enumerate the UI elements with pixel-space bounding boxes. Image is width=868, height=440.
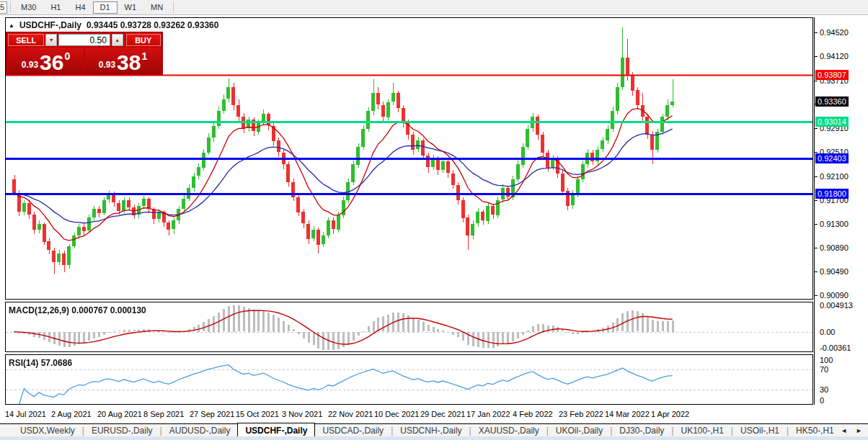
- price-level-badge: 0.93014: [815, 117, 849, 127]
- date-axis-label: 20 Aug 2021: [97, 410, 142, 418]
- date-axis-label: 3 Nov 2021: [282, 410, 322, 418]
- volume-input[interactable]: [58, 34, 110, 46]
- ohlc-values: 0.93445 0.93728 0.93262 0.93360: [87, 20, 219, 30]
- macd-axis-label: 0.004913: [820, 301, 853, 310]
- price-axis-label: 0.92100: [820, 172, 849, 181]
- tab-usdcnhdaily[interactable]: USDCNH-,Daily: [393, 424, 469, 436]
- date-axis-label: 15 Oct 2021: [236, 410, 279, 418]
- collapse-icon[interactable]: ▲: [9, 22, 14, 29]
- price-axis-tick: [815, 176, 818, 177]
- price-axis-tick: [815, 152, 818, 153]
- macd-axis-label: 0.00: [820, 328, 835, 336]
- tab-audusddaily[interactable]: AUDUSD-,Daily: [162, 424, 238, 436]
- toolbar-separator: [10, 1, 11, 13]
- macd-indicator-label: MACD(12,26,9) 0.000767 0.000130: [9, 305, 146, 315]
- rsi-axis-label: 0: [820, 396, 824, 405]
- tab-eurusddaily[interactable]: EURUSD-,Daily: [84, 424, 160, 436]
- buy-price-display[interactable]: 0.93 38 1: [85, 48, 161, 74]
- sell-button[interactable]: SELL: [8, 34, 44, 46]
- price-level-badge: 0.93360: [815, 96, 849, 107]
- price-level-badge: 0.93807: [815, 70, 849, 80]
- chart-window: ▲ USDCHF-,Daily 0.93445 0.93728 0.93262 …: [0, 15, 868, 423]
- symbol-period-label: USDCHF-,Daily: [19, 20, 81, 30]
- price-level-badge: 0.91800: [815, 189, 849, 199]
- sell-price-sup: 0: [64, 50, 70, 62]
- date-axis-label: 2 Aug 2021: [51, 410, 92, 418]
- date-axis-label: 1 Apr 2022: [651, 410, 689, 418]
- timeframe-toolbar: 5 M30H1H4D1W1MN: [0, 0, 868, 15]
- tab-scroll-left-icon[interactable]: ◄: [841, 427, 847, 434]
- status-strip: [0, 436, 868, 440]
- price-axis-tick: [815, 200, 818, 201]
- date-axis-label: 23 Feb 2022: [559, 410, 603, 418]
- price-chart-canvas[interactable]: [5, 17, 813, 405]
- price-axis-label: 0.91300: [820, 220, 849, 228]
- sell-price-display[interactable]: 0.93 36 0: [8, 48, 84, 74]
- price-axis-label: 0.90890: [820, 243, 849, 252]
- date-axis-label: 29 Dec 2021: [420, 410, 465, 418]
- price-axis-label: 0.94520: [820, 28, 849, 37]
- macd-axis-label: -0.00361: [820, 344, 851, 352]
- timeframe-button-mn[interactable]: MN: [143, 1, 170, 14]
- buy-price-prefix: 0.93: [99, 60, 115, 70]
- tab-usdcaddaily[interactable]: USDCAD-,Daily: [315, 424, 391, 436]
- price-axis-label: 0.90090: [820, 291, 849, 300]
- rsi-indicator-label: RSI(14) 57.0686: [9, 358, 72, 368]
- buy-price-sup: 1: [141, 50, 147, 62]
- price-axis-tick: [815, 32, 818, 33]
- price-axis[interactable]: 0.945200.941200.937100.933200.929100.925…: [814, 17, 868, 405]
- tab-hk50h1[interactable]: HK50-,H1: [789, 424, 841, 436]
- buy-button[interactable]: BUY: [126, 34, 161, 46]
- timeframe-button-m5-clipped[interactable]: 5: [0, 1, 7, 14]
- toolbar-separator: [173, 1, 174, 13]
- date-axis[interactable]: 14 Jul 20212 Aug 202120 Aug 20218 Sep 20…: [5, 407, 813, 423]
- price-axis-tick: [815, 81, 818, 81]
- sell-price-big: 36: [40, 53, 63, 72]
- volume-decrease-icon[interactable]: ▼: [45, 34, 57, 46]
- price-level-badge: 0.92403: [815, 153, 849, 163]
- tab-xauusddaily[interactable]: XAUUSD-,Daily: [471, 424, 546, 436]
- tab-usdchfdaily[interactable]: USDCHF-,Daily: [237, 423, 315, 437]
- timeframe-button-d1[interactable]: D1: [93, 1, 118, 14]
- tab-uk100h1[interactable]: UK100-,H1: [673, 424, 730, 436]
- timeframe-button-h4[interactable]: H4: [68, 1, 92, 14]
- timeframe-button-h1[interactable]: H1: [43, 1, 68, 14]
- timeframe-button-w1[interactable]: W1: [118, 1, 144, 14]
- tab-usoilh1[interactable]: USOil-,H1: [733, 424, 787, 436]
- price-axis-label: 0.90490: [820, 267, 849, 276]
- rsi-axis-label: 70: [820, 365, 828, 374]
- tab-usdxweekly[interactable]: USDX,Weekly: [13, 424, 82, 436]
- price-axis-label: 0.94120: [820, 52, 849, 60]
- date-axis-label: 10 Dec 2021: [374, 410, 419, 418]
- price-axis-tick: [815, 271, 818, 272]
- price-axis-tick: [815, 295, 818, 296]
- volume-increase-icon[interactable]: ▲: [112, 34, 123, 46]
- date-axis-label: 14 Mar 2022: [605, 410, 650, 418]
- tab-scroll-arrows: ◄ ►: [841, 427, 862, 434]
- buy-price-big: 38: [117, 53, 141, 72]
- timeframe-button-m30[interactable]: M30: [14, 1, 43, 14]
- tab-scroll-right-icon[interactable]: ►: [856, 427, 862, 434]
- sell-price-prefix: 0.93: [22, 60, 38, 70]
- date-axis-label: 22 Nov 2021: [328, 410, 373, 418]
- tab-ukoildaily[interactable]: UKOil-,Daily: [549, 424, 610, 436]
- date-axis-label: 4 Feb 2022: [513, 410, 553, 418]
- date-axis-label: 17 Jan 2022: [466, 410, 510, 418]
- date-axis-label: 14 Jul 2021: [5, 410, 46, 418]
- price-axis-tick: [815, 224, 818, 225]
- rsi-axis-label: 30: [820, 385, 828, 394]
- tab-dj30daily[interactable]: DJ30-,Daily: [612, 424, 671, 436]
- timeframe-buttons: M30H1H4D1W1MN: [14, 1, 170, 14]
- price-axis-tick: [815, 128, 818, 129]
- date-axis-label: 8 Sep 2021: [143, 410, 184, 418]
- rsi-axis-label: 100: [820, 356, 833, 364]
- chart-title: ▲ USDCHF-,Daily 0.93445 0.93728 0.93262 …: [9, 20, 218, 30]
- chart-tabs: USDX,Weekly|EURUSD-,Daily|AUDUSD-,DailyU…: [0, 424, 868, 437]
- price-axis-tick: [815, 56, 818, 57]
- price-axis-tick: [815, 248, 818, 248]
- one-click-trade-panel: SELL ▼ ▲ BUY 0.93 36 0 0.93 38 1: [6, 32, 163, 75]
- date-axis-label: 27 Sep 2021: [190, 410, 234, 418]
